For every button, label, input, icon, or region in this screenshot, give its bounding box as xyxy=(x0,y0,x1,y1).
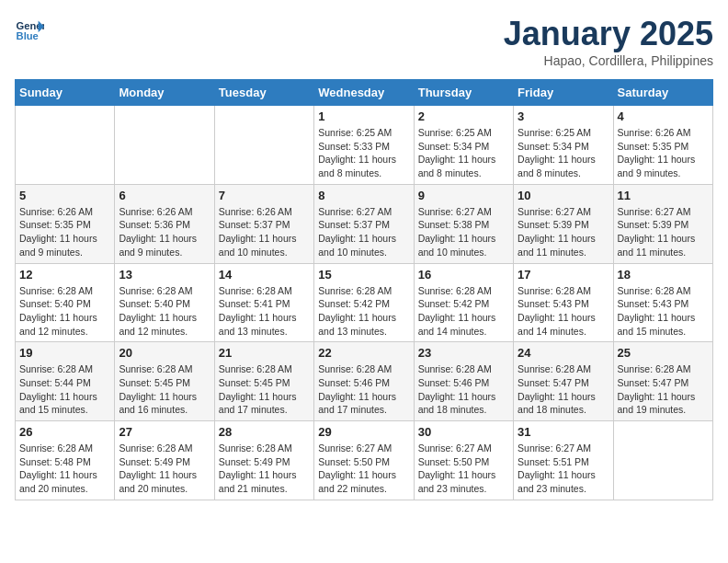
day-cell: 11Sunrise: 6:27 AMSunset: 5:39 PMDayligh… xyxy=(613,184,712,263)
day-info-line: Sunrise: 6:28 AM xyxy=(618,284,709,298)
day-number: 20 xyxy=(119,346,210,360)
day-info-line: Daylight: 11 hours and 8 minutes. xyxy=(418,153,509,179)
day-info-line: Sunset: 5:33 PM xyxy=(318,140,409,154)
day-number: 17 xyxy=(518,268,609,282)
day-info-line: Sunset: 5:39 PM xyxy=(618,218,709,232)
day-number: 25 xyxy=(618,346,709,360)
day-info-line: Sunrise: 6:28 AM xyxy=(518,362,609,376)
day-number: 28 xyxy=(219,425,310,439)
day-info-line: Daylight: 11 hours and 11 minutes. xyxy=(618,232,709,259)
day-info-line: Daylight: 11 hours and 12 minutes. xyxy=(19,311,110,338)
day-number: 29 xyxy=(318,425,409,439)
day-cell: 27Sunrise: 6:28 AMSunset: 5:49 PMDayligh… xyxy=(115,421,214,500)
day-info-line: Daylight: 11 hours and 18 minutes. xyxy=(418,390,509,417)
day-info-line: Sunset: 5:43 PM xyxy=(618,297,709,311)
weekday-header-monday: Monday xyxy=(115,80,214,106)
day-info-line: Sunrise: 6:26 AM xyxy=(119,205,210,219)
day-info-line: Daylight: 11 hours and 16 minutes. xyxy=(119,390,210,417)
day-info-line: Sunset: 5:44 PM xyxy=(19,376,110,390)
weekday-header-tuesday: Tuesday xyxy=(214,80,313,106)
day-info-line: Daylight: 11 hours and 19 minutes. xyxy=(618,390,709,417)
day-info-line: Sunrise: 6:28 AM xyxy=(119,362,210,376)
day-info-line: Sunrise: 6:26 AM xyxy=(19,205,110,219)
week-row-1: 1Sunrise: 6:25 AMSunset: 5:33 PMDaylight… xyxy=(16,106,713,185)
day-number: 3 xyxy=(518,109,609,123)
header: General Blue January 2025 Hapao, Cordill… xyxy=(15,15,713,68)
day-number: 2 xyxy=(418,109,509,123)
day-number: 22 xyxy=(318,346,409,360)
day-info-line: Sunrise: 6:26 AM xyxy=(618,126,709,140)
day-info-line: Sunset: 5:37 PM xyxy=(219,218,310,232)
day-info-line: Sunset: 5:49 PM xyxy=(119,455,210,469)
day-cell: 20Sunrise: 6:28 AMSunset: 5:45 PMDayligh… xyxy=(115,342,214,421)
day-info-line: Daylight: 11 hours and 21 minutes. xyxy=(219,468,310,495)
svg-text:Blue: Blue xyxy=(17,30,39,41)
day-cell: 1Sunrise: 6:25 AMSunset: 5:33 PMDaylight… xyxy=(314,106,414,185)
day-info-line: Sunrise: 6:27 AM xyxy=(618,205,709,219)
day-info-line: Sunrise: 6:28 AM xyxy=(418,362,509,376)
day-info-line: Sunrise: 6:28 AM xyxy=(19,284,110,298)
day-cell: 5Sunrise: 6:26 AMSunset: 5:35 PMDaylight… xyxy=(16,184,115,263)
weekday-header-thursday: Thursday xyxy=(414,80,513,106)
day-info-line: Sunset: 5:49 PM xyxy=(219,455,310,469)
day-info-line: Sunrise: 6:27 AM xyxy=(518,205,609,219)
day-info-line: Sunrise: 6:28 AM xyxy=(119,284,210,298)
day-info-line: Sunset: 5:47 PM xyxy=(618,376,709,390)
day-number: 23 xyxy=(418,346,509,360)
day-info-line: Sunset: 5:37 PM xyxy=(318,218,409,232)
day-number: 7 xyxy=(219,189,310,202)
day-info-line: Daylight: 11 hours and 9 minutes. xyxy=(119,232,210,259)
day-cell: 25Sunrise: 6:28 AMSunset: 5:47 PMDayligh… xyxy=(613,342,712,421)
day-number: 10 xyxy=(518,189,609,202)
day-cell: 13Sunrise: 6:28 AMSunset: 5:40 PMDayligh… xyxy=(115,263,214,342)
day-info-line: Sunrise: 6:28 AM xyxy=(618,362,709,376)
logo-icon: General Blue xyxy=(15,15,44,44)
day-info-line: Daylight: 11 hours and 20 minutes. xyxy=(19,468,110,495)
weekday-header-friday: Friday xyxy=(514,80,613,106)
day-number: 30 xyxy=(418,425,509,439)
day-info-line: Sunset: 5:39 PM xyxy=(518,218,609,232)
day-info-line: Sunrise: 6:28 AM xyxy=(219,284,310,298)
day-number: 6 xyxy=(119,189,210,202)
day-cell: 16Sunrise: 6:28 AMSunset: 5:42 PMDayligh… xyxy=(414,263,513,342)
day-info-line: Daylight: 11 hours and 13 minutes. xyxy=(219,311,310,338)
day-info-line: Sunset: 5:38 PM xyxy=(418,218,509,232)
day-cell: 28Sunrise: 6:28 AMSunset: 5:49 PMDayligh… xyxy=(214,421,313,500)
day-info-line: Daylight: 11 hours and 8 minutes. xyxy=(318,153,409,179)
day-info-line: Daylight: 11 hours and 8 minutes. xyxy=(518,153,609,179)
day-info-line: Sunrise: 6:28 AM xyxy=(318,362,409,376)
day-info-line: Sunrise: 6:28 AM xyxy=(318,284,409,298)
day-cell: 22Sunrise: 6:28 AMSunset: 5:46 PMDayligh… xyxy=(314,342,414,421)
day-cell: 17Sunrise: 6:28 AMSunset: 5:43 PMDayligh… xyxy=(514,263,613,342)
day-cell: 3Sunrise: 6:25 AMSunset: 5:34 PMDaylight… xyxy=(514,106,613,185)
day-info-line: Sunset: 5:41 PM xyxy=(219,297,310,311)
day-info-line: Sunrise: 6:27 AM xyxy=(418,442,509,455)
day-number: 16 xyxy=(418,268,509,282)
day-number: 13 xyxy=(119,268,210,282)
title-section: January 2025 Hapao, Cordillera, Philippi… xyxy=(504,15,713,68)
day-number: 21 xyxy=(219,346,310,360)
day-number: 12 xyxy=(19,268,110,282)
day-info-line: Sunset: 5:34 PM xyxy=(518,140,609,154)
day-info-line: Daylight: 11 hours and 23 minutes. xyxy=(418,468,509,495)
day-info-line: Sunrise: 6:27 AM xyxy=(318,205,409,219)
day-info-line: Sunset: 5:46 PM xyxy=(418,376,509,390)
day-number: 5 xyxy=(19,189,110,202)
day-info-line: Daylight: 11 hours and 9 minutes. xyxy=(618,153,709,179)
day-number: 15 xyxy=(318,268,409,282)
day-info-line: Sunset: 5:50 PM xyxy=(418,455,509,469)
day-info-line: Sunrise: 6:27 AM xyxy=(418,205,509,219)
day-info-line: Sunset: 5:40 PM xyxy=(19,297,110,311)
day-cell: 8Sunrise: 6:27 AMSunset: 5:37 PMDaylight… xyxy=(314,184,414,263)
day-info-line: Daylight: 11 hours and 15 minutes. xyxy=(618,311,709,338)
day-info-line: Sunset: 5:35 PM xyxy=(618,140,709,154)
weekday-header-saturday: Saturday xyxy=(613,80,712,106)
day-info-line: Sunset: 5:35 PM xyxy=(19,218,110,232)
day-cell: 9Sunrise: 6:27 AMSunset: 5:38 PMDaylight… xyxy=(414,184,513,263)
day-number: 24 xyxy=(518,346,609,360)
day-info-line: Sunrise: 6:28 AM xyxy=(119,442,210,455)
day-info-line: Daylight: 11 hours and 10 minutes. xyxy=(318,232,409,259)
day-cell: 4Sunrise: 6:26 AMSunset: 5:35 PMDaylight… xyxy=(613,106,712,185)
day-cell: 21Sunrise: 6:28 AMSunset: 5:45 PMDayligh… xyxy=(214,342,313,421)
week-row-2: 5Sunrise: 6:26 AMSunset: 5:35 PMDaylight… xyxy=(16,184,713,263)
